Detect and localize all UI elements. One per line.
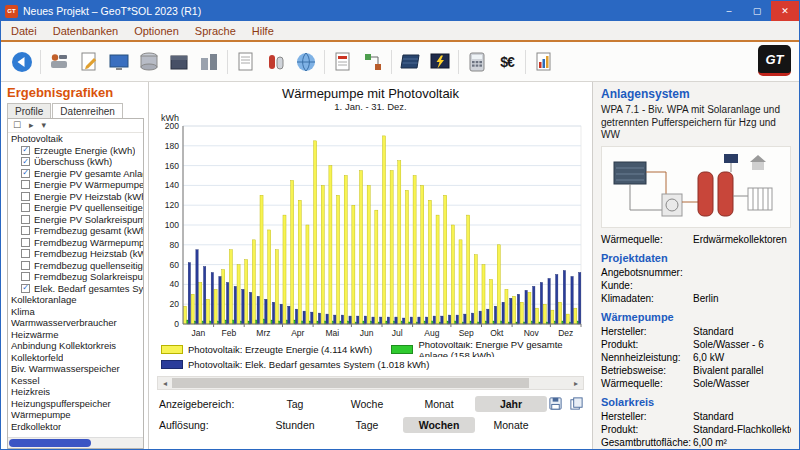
back-icon[interactable] — [7, 47, 37, 77]
chart-scrollbar[interactable]: ◂ ▸ — [157, 376, 584, 390]
photovoltaic-icon[interactable] — [425, 47, 455, 77]
system-description: WPA 7.1 - Biv. WPA mit Solaranlage und g… — [601, 104, 791, 142]
tree-item[interactable]: Fremdbezug gesamt (kWh) — [8, 225, 143, 237]
checkbox-unchecked[interactable] — [21, 249, 30, 258]
anzeigebereich-jahr[interactable]: Jahr — [475, 396, 547, 412]
tree-item[interactable]: Kollektoranlage — [8, 294, 143, 306]
checkbox-unchecked[interactable] — [21, 272, 30, 281]
collapse-icon[interactable]: ▾ — [42, 121, 47, 130]
checkbox-unchecked[interactable] — [21, 180, 30, 189]
calculator-icon[interactable] — [462, 47, 492, 77]
document-check-icon[interactable] — [328, 47, 358, 77]
info-value: 6,00 m² — [693, 437, 791, 448]
menu-sprache[interactable]: Sprache — [187, 24, 244, 38]
checkbox-checked[interactable]: ✓ — [21, 146, 30, 155]
tree-item-label: Wärmepumpe — [11, 409, 71, 420]
minimize-button[interactable]: – — [715, 1, 743, 21]
aufloesung-tage[interactable]: Tage — [331, 417, 403, 433]
assistant-icon[interactable] — [44, 47, 74, 77]
tree-item[interactable]: Kessel — [8, 375, 143, 387]
tree-item[interactable]: Heizungspufferspeicher — [8, 398, 143, 410]
checkbox-unchecked[interactable] — [21, 226, 30, 235]
tree-item[interactable]: Energie PV quellenseitige Pu — [8, 202, 143, 214]
tree-item[interactable]: Energie PV Heizstab (kWh) — [8, 191, 143, 203]
maximize-button[interactable]: ▢ — [743, 1, 771, 21]
anzeigebereich-woche[interactable]: Woche — [331, 396, 403, 412]
tree-item[interactable]: Fremdbezug Heizstab (kWh) — [8, 248, 143, 260]
menu-datei[interactable]: Datei — [3, 24, 45, 38]
menu-optionen[interactable]: Optionen — [126, 24, 187, 38]
tree-item[interactable]: Warmwasserverbraucher — [8, 317, 143, 329]
svg-text:0: 0 — [174, 319, 179, 329]
checkbox-checked[interactable]: ✓ — [21, 169, 30, 178]
aufloesung-options: StundenTageWochenMonate — [259, 417, 547, 433]
climate-globe-icon[interactable] — [291, 47, 321, 77]
tree-item[interactable]: Heizkreis — [8, 386, 143, 398]
tree-item-label: Heizungspufferspeicher — [11, 398, 111, 409]
hydraulic-schematic-icon[interactable] — [358, 47, 388, 77]
tab-profile[interactable]: Profile — [7, 103, 51, 118]
tree-item-label: Klima — [11, 306, 35, 317]
menu-datenbanken[interactable]: Datenbanken — [45, 24, 126, 38]
tree-horizontal-scrollbar[interactable] — [8, 437, 143, 448]
tree-item[interactable]: Fremdbezug Wärmepumpe (k — [8, 237, 143, 249]
checkbox-checked[interactable]: ✓ — [21, 157, 30, 166]
tree-item[interactable]: ✓Erzeugte Energie (kWh) — [8, 145, 143, 157]
anzeigebereich-monat[interactable]: Monat — [403, 396, 475, 412]
checkbox-unchecked[interactable] — [21, 238, 30, 247]
tree-item[interactable]: ✓Elek. Bedarf gesamtes System — [8, 283, 143, 295]
tree-item[interactable]: Photovoltaik — [8, 133, 143, 145]
project-box-icon[interactable] — [164, 47, 194, 77]
tree-item[interactable]: Energie PV Wärmepumpe (k — [8, 179, 143, 191]
results-report-icon[interactable] — [529, 47, 559, 77]
buildings-icon[interactable] — [194, 47, 224, 77]
copy-chart-button[interactable] — [569, 396, 584, 413]
scrollbar-track[interactable] — [172, 377, 569, 389]
aufloesung-wochen[interactable]: Wochen — [403, 417, 475, 433]
info-row: Angebotsnummer: — [601, 266, 791, 279]
solar-collector-icon[interactable] — [395, 47, 425, 77]
tree-item[interactable]: Fremdbezug Solarkreispumpe — [8, 271, 143, 283]
checkbox-unchecked[interactable] — [21, 215, 30, 224]
tree-item[interactable]: Kollektorfeld — [8, 352, 143, 364]
tree-scroll-thumb[interactable] — [9, 439, 91, 447]
checkbox-unchecked[interactable] — [21, 203, 30, 212]
tree-item[interactable]: Heizwärme — [8, 329, 143, 341]
tree-item[interactable]: Wärmepumpe — [8, 409, 143, 421]
select-all-checkbox-icon[interactable]: ☐ — [13, 121, 21, 130]
checkbox-unchecked[interactable] — [21, 192, 30, 201]
info-label: Gesamtbruttofläche: — [601, 437, 693, 448]
info-label: Produkt: — [601, 424, 693, 435]
tree-item[interactable]: Erdkollektor — [8, 421, 143, 433]
tree-item[interactable]: ✓Überschuss (kWh) — [8, 156, 143, 168]
menu-hilfe[interactable]: Hilfe — [244, 24, 282, 38]
scrollbar-thumb[interactable] — [172, 378, 529, 388]
aufloesung-stunden[interactable]: Stunden — [259, 417, 331, 433]
tree-item[interactable]: Fremdbezug quellenseitige P — [8, 260, 143, 272]
aufloesung-monate[interactable]: Monate — [475, 417, 547, 433]
close-button[interactable]: ✕ — [771, 1, 799, 21]
save-chart-button[interactable] — [548, 396, 563, 413]
document-icon[interactable] — [231, 47, 261, 77]
tree-item[interactable]: Biv. Warmwasserspeicher — [8, 363, 143, 375]
scroll-right-icon[interactable]: ▸ — [569, 377, 583, 389]
expand-icon[interactable]: ▸ — [29, 121, 34, 130]
scroll-left-icon[interactable]: ◂ — [158, 377, 172, 389]
tree-item-label: Energie PV Wärmepumpe (k — [34, 179, 143, 190]
database-icon[interactable] — [134, 47, 164, 77]
checkbox-unchecked[interactable] — [21, 261, 30, 270]
tree-item[interactable]: ✓Energie PV gesamte Anlage (k — [8, 168, 143, 180]
storage-tanks-icon[interactable] — [261, 47, 291, 77]
tab-datenreihen[interactable]: Datenreihen — [52, 103, 122, 118]
info-row: Produkt:Sole/Wasser - 6 — [601, 338, 791, 351]
anzeigebereich-tag[interactable]: Tag — [259, 396, 331, 412]
info-row: Klimadaten:Berlin — [601, 292, 791, 305]
monitor-icon[interactable] — [104, 47, 134, 77]
economy-icon[interactable]: $€ — [492, 47, 522, 77]
tree-item[interactable]: Energie PV Solarkreispumpe — [8, 214, 143, 226]
checkbox-checked[interactable]: ✓ — [21, 284, 30, 293]
tree-item[interactable]: Anbindung Kollektorkreis — [8, 340, 143, 352]
info-value: Standard-Flachkollektor — [693, 424, 791, 435]
report-edit-icon[interactable] — [74, 47, 104, 77]
tree-item[interactable]: Klima — [8, 306, 143, 318]
